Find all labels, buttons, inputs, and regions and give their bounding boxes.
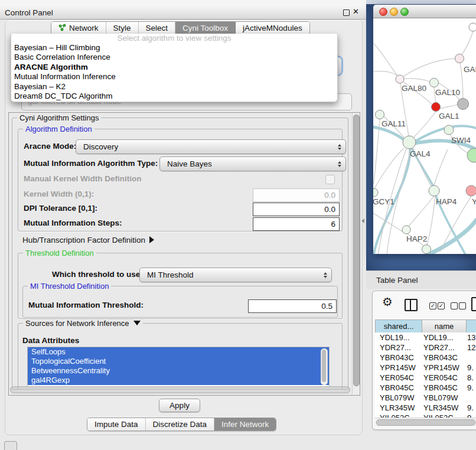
minimize-traffic-light[interactable] xyxy=(390,8,398,16)
hub-definition-label: Hub/Transcription Factor Definition xyxy=(22,236,145,244)
list-vscrollbar[interactable] xyxy=(321,348,328,385)
tab-infer-network[interactable]: Infer Network xyxy=(214,418,276,431)
network-node-swi4[interactable] xyxy=(444,125,454,135)
attribute-item-betweennesscentrality[interactable]: BetweennessCentrality xyxy=(28,366,329,376)
table-row[interactable]: YPR145WYPR145W9. xyxy=(375,363,476,373)
mi-steps-field[interactable]: 6 xyxy=(253,217,340,231)
algorithm-dropdown-list: Bayesian – Hill ClimbingBasic Correlatio… xyxy=(11,43,337,101)
split-columns-icon[interactable] xyxy=(405,299,418,311)
attribute-item-selfloops[interactable]: SelfLoops xyxy=(28,347,329,357)
checked-checkbox-icon[interactable]: ✓ xyxy=(438,302,445,309)
which-threshold-combo[interactable]: MI Threshold xyxy=(139,268,332,282)
network-graph[interactable]: GALGAL80GAL10GAL1GAL11SWI4GAL4GCY1HAP4YH… xyxy=(373,18,476,254)
tab-label: jActiveMNodules xyxy=(243,24,302,32)
table-hscrollbar[interactable] xyxy=(375,418,476,426)
algorithm-option-aracne-algorithm[interactable]: ARACNE Algorithm xyxy=(11,63,337,72)
manual-kernel-checkbox[interactable] xyxy=(325,175,335,184)
table-hscrollbar-thumb[interactable] xyxy=(376,419,475,426)
unchecked-checkbox-icon[interactable] xyxy=(451,302,458,309)
network-node-gal80[interactable] xyxy=(396,75,404,83)
control-panel-titlebar: Control Panel ✕ xyxy=(0,6,366,19)
attribute-item-topologicalcoefficient[interactable]: TopologicalCoefficient xyxy=(28,357,329,366)
tab-style[interactable]: Style xyxy=(106,22,139,34)
which-threshold-label: Which threshold to use: xyxy=(52,270,143,279)
column-header-shared-[interactable]: shared... xyxy=(376,320,422,333)
data-attributes-list[interactable]: SelfLoopsTopologicalCoefficientBetweenne… xyxy=(27,347,330,387)
network-node-gcy1[interactable] xyxy=(373,188,378,197)
table-row[interactable]: YLR345WYLR345W9. xyxy=(375,403,476,413)
network-node-hap2[interactable] xyxy=(402,226,410,234)
tab-discretize-data[interactable]: Discretize Data xyxy=(146,418,215,431)
tab-jactivemnodules[interactable]: jActiveMNodules xyxy=(236,22,309,34)
close-icon[interactable]: ✕ xyxy=(353,7,359,16)
table-row[interactable]: YBL079WYBL079W xyxy=(375,393,476,403)
table-row[interactable]: YDR27...YDR27...12 xyxy=(375,343,476,353)
mi-type-combo[interactable]: Naive Bayes xyxy=(159,156,346,171)
table-row[interactable]: YBR043CYBR043C xyxy=(375,353,476,363)
sources-group-title[interactable]: Sources for Network Inference xyxy=(23,319,143,328)
gear-icon[interactable]: ⚙ xyxy=(382,295,393,309)
algorithm-option-dream8-dc-tdc-algorithm[interactable]: Dream8 DC_TDC Algorithm xyxy=(11,92,337,101)
network-node-gal1[interactable] xyxy=(432,103,441,112)
node-label-hap2: HAP2 xyxy=(406,234,427,243)
node-label-gal11: GAL11 xyxy=(382,119,406,128)
network-node-gal10[interactable] xyxy=(430,79,439,87)
tab-label: Network xyxy=(69,24,99,32)
splitter-collapse-arrow[interactable] xyxy=(361,219,364,223)
dpi-tolerance-field[interactable]: 0.0 xyxy=(253,203,340,216)
table-cell: YBR043C xyxy=(375,353,421,362)
aracne-mode-value: Discovery xyxy=(83,142,118,151)
mi-threshold-field[interactable]: 0.5 xyxy=(248,299,337,313)
network-node-gal4[interactable] xyxy=(403,136,416,149)
algorithm-option-mutual-information-inference[interactable]: Mutual Information Inference xyxy=(11,72,337,81)
algorithm-option-basic-correlation-inference[interactable]: Basic Correlation Inference xyxy=(11,53,337,62)
tab-cyni-toolbox[interactable]: Cyni Toolbox xyxy=(175,22,236,34)
algorithm-option-bayesian-k2[interactable]: Bayesian – K2 xyxy=(11,82,337,92)
hub-definition-expander[interactable]: Hub/Transcription Factor Definition xyxy=(22,236,154,244)
network-node-gal11[interactable] xyxy=(376,110,384,119)
table-cell: YDL19... xyxy=(421,333,465,342)
tab-network[interactable]: Network xyxy=(51,22,106,34)
node-label-gal: GAL xyxy=(464,65,476,74)
table-row[interactable]: YER054CYER054C8. xyxy=(375,373,476,383)
new-table-icon[interactable] xyxy=(471,297,476,311)
network-node-gal[interactable] xyxy=(455,54,464,63)
column-header-col2[interactable] xyxy=(467,320,476,333)
expand-right-icon[interactable] xyxy=(149,236,154,243)
tab-select[interactable]: Select xyxy=(139,22,176,34)
apply-button[interactable]: Apply xyxy=(159,399,200,412)
node-label-y: Y xyxy=(472,197,476,206)
close-traffic-light[interactable] xyxy=(379,8,387,16)
node-label-hap4: HAP4 xyxy=(436,197,457,206)
aracne-mode-combo[interactable]: Discovery xyxy=(76,139,346,154)
table-cell: YBR045C xyxy=(375,383,421,392)
network-node[interactable] xyxy=(422,245,431,254)
network-canvas[interactable]: GALGAL80GAL10GAL1GAL11SWI4GAL4GCY1HAP4YH… xyxy=(373,18,476,254)
network-node[interactable] xyxy=(458,99,469,110)
network-node-y[interactable] xyxy=(466,185,476,196)
collapsed-panel-icon[interactable] xyxy=(4,441,17,450)
attribute-item-gal4rgexp[interactable]: gal4RGexp xyxy=(28,376,329,385)
table-panel-title: Table Panel xyxy=(376,276,418,285)
zoom-traffic-light[interactable] xyxy=(400,8,409,16)
table-row[interactable]: YDL19...YDL19...13 xyxy=(375,332,476,343)
settings-vscrollbar-thumb[interactable] xyxy=(353,115,360,386)
table-cell: YLR345W xyxy=(375,403,421,412)
network-window-titlebar[interactable] xyxy=(373,5,476,18)
network-node[interactable] xyxy=(467,148,476,162)
table-row[interactable]: YBR045CYBR045C9. xyxy=(375,383,476,393)
float-panel-icon[interactable] xyxy=(343,9,350,16)
table-cell: YER054C xyxy=(421,373,465,382)
algorithm-option-bayesian-hill-climbing[interactable]: Bayesian – Hill Climbing xyxy=(11,43,337,53)
collapse-down-icon[interactable] xyxy=(133,321,141,325)
kernel-width-field[interactable]: 0.0 xyxy=(253,188,340,202)
network-node-hap4[interactable] xyxy=(429,185,439,196)
column-header-name[interactable]: name xyxy=(422,320,467,333)
kernel-width-label: Kernel Width (0,1): xyxy=(24,190,94,198)
network-node[interactable] xyxy=(469,23,476,31)
unchecked-checkbox-icon[interactable] xyxy=(459,302,466,309)
checked-checkbox-icon[interactable]: ✓ xyxy=(429,302,436,309)
list-vscrollbar-thumb[interactable] xyxy=(322,350,326,382)
table-row[interactable]: YIL052CYIL052C9. xyxy=(375,413,476,418)
tab-impute-data[interactable]: Impute Data xyxy=(87,418,146,431)
